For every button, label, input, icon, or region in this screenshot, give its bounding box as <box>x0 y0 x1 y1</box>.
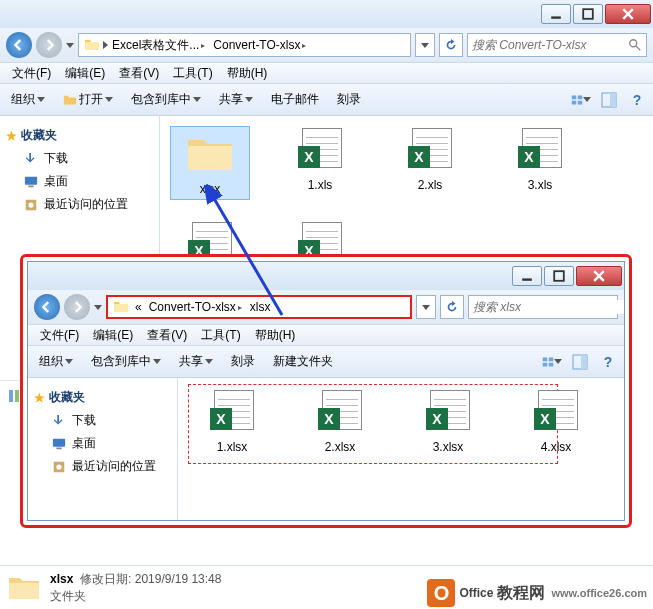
breadcrumb-seg[interactable]: Convert-TO-xlsx▸ <box>145 297 246 317</box>
view-options-button[interactable] <box>571 90 591 110</box>
preview-pane-button[interactable] <box>570 352 590 372</box>
search-field[interactable] <box>472 38 628 52</box>
sidebar-item-desktop[interactable]: 桌面 <box>32 432 173 455</box>
menu-view[interactable]: 查看(V) <box>141 325 193 346</box>
file-label: 1.xls <box>308 178 333 192</box>
folder-icon <box>113 299 129 315</box>
sidebar-item-downloads[interactable]: 下载 <box>4 147 155 170</box>
organize-button[interactable]: 组织 <box>34 350 78 373</box>
email-button[interactable]: 电子邮件 <box>266 88 324 111</box>
sidebar-item-label: 最近访问的位置 <box>44 196 128 213</box>
menu-edit[interactable]: 编辑(E) <box>87 325 139 346</box>
sidebar-item-label: 桌面 <box>44 173 68 190</box>
sidebar-item-downloads[interactable]: 下载 <box>32 409 173 432</box>
svg-point-15 <box>28 202 33 207</box>
organize-button[interactable]: 组织 <box>6 88 50 111</box>
minimize-button[interactable] <box>541 4 571 24</box>
desktop-icon <box>24 175 38 189</box>
menu-tools[interactable]: 工具(T) <box>167 63 218 84</box>
sidebar-item-recent[interactable]: 最近访问的位置 <box>32 455 173 478</box>
view-options-button[interactable] <box>542 352 562 372</box>
burn-button[interactable]: 刻录 <box>226 350 260 373</box>
file-label: 3.xlsx <box>433 440 464 454</box>
sidebar-item-recent[interactable]: 最近访问的位置 <box>4 193 155 216</box>
maximize-button[interactable] <box>573 4 603 24</box>
preview-pane-button[interactable] <box>599 90 619 110</box>
folder-icon <box>186 134 234 174</box>
favorites-header[interactable]: ★收藏夹 <box>4 124 155 147</box>
sidebar: ★收藏夹 下载 桌面 最近访问的位置 <box>28 378 178 520</box>
file-item[interactable]: X2.xlsx <box>300 388 380 454</box>
menu-file[interactable]: 文件(F) <box>34 325 85 346</box>
open-button[interactable]: 打开 <box>58 88 118 111</box>
back-button[interactable] <box>6 32 32 58</box>
forward-button[interactable] <box>64 294 90 320</box>
forward-button[interactable] <box>36 32 62 58</box>
close-button[interactable] <box>576 266 622 286</box>
status-date-label: 修改日期: <box>80 572 131 586</box>
breadcrumb-seg[interactable]: xlsx <box>246 297 275 317</box>
search-input[interactable] <box>468 295 618 319</box>
svg-rect-28 <box>549 362 554 366</box>
star-icon: ★ <box>34 391 45 405</box>
favorites-header[interactable]: ★收藏夹 <box>32 386 173 409</box>
svg-rect-11 <box>610 93 616 107</box>
svg-rect-25 <box>543 357 548 361</box>
history-dropdown-icon[interactable] <box>66 43 74 48</box>
share-button[interactable]: 共享 <box>174 350 218 373</box>
svg-line-5 <box>636 46 640 50</box>
svg-rect-8 <box>572 100 577 104</box>
file-item[interactable]: X4.xlsx <box>516 388 596 454</box>
svg-rect-13 <box>28 185 33 187</box>
burn-button[interactable]: 刻录 <box>332 88 366 111</box>
menu-edit[interactable]: 编辑(E) <box>59 63 111 84</box>
refresh-button[interactable] <box>439 33 463 57</box>
share-button[interactable]: 共享 <box>214 88 258 111</box>
file-label: 2.xlsx <box>325 440 356 454</box>
menu-file[interactable]: 文件(F) <box>6 63 57 84</box>
menu-help[interactable]: 帮助(H) <box>249 325 302 346</box>
include-button[interactable]: 包含到库中 <box>126 88 206 111</box>
address-dropdown[interactable] <box>415 33 435 57</box>
address-bar: « Convert-TO-xlsx▸ xlsx <box>28 290 624 324</box>
sidebar-item-label: 桌面 <box>72 435 96 452</box>
menu-tools[interactable]: 工具(T) <box>195 325 246 346</box>
menu-view[interactable]: 查看(V) <box>113 63 165 84</box>
address-bar: Excel表格文件...▸ Convert-TO-xlsx▸ <box>0 28 653 62</box>
sidebar-item-label: 最近访问的位置 <box>72 458 156 475</box>
file-pane[interactable]: X1.xlsx X2.xlsx X3.xlsx X4.xlsx <box>178 378 624 520</box>
file-item[interactable]: X3.xlsx <box>408 388 488 454</box>
excel-icon: X <box>210 390 254 434</box>
search-input[interactable] <box>467 33 647 57</box>
download-icon <box>24 152 38 166</box>
file-label: 4.xlsx <box>541 440 572 454</box>
menu-help[interactable]: 帮助(H) <box>221 63 274 84</box>
breadcrumb[interactable]: Excel表格文件...▸ Convert-TO-xlsx▸ <box>78 33 411 57</box>
address-dropdown[interactable] <box>416 295 436 319</box>
help-button[interactable]: ? <box>627 90 647 110</box>
search-field[interactable] <box>473 300 624 314</box>
file-item[interactable]: X2.xls <box>390 126 470 200</box>
refresh-button[interactable] <box>440 295 464 319</box>
file-item[interactable]: X1.xlsx <box>192 388 272 454</box>
include-button[interactable]: 包含到库中 <box>86 350 166 373</box>
file-label: 3.xls <box>528 178 553 192</box>
maximize-button[interactable] <box>544 266 574 286</box>
breadcrumb-seg[interactable]: Excel表格文件...▸ <box>108 34 209 56</box>
sidebar-item-desktop[interactable]: 桌面 <box>4 170 155 193</box>
folder-item[interactable]: xlsx <box>170 126 250 200</box>
back-button[interactable] <box>34 294 60 320</box>
file-item[interactable]: X1.xls <box>280 126 360 200</box>
file-label: xlsx <box>200 182 221 196</box>
help-button[interactable]: ? <box>598 352 618 372</box>
breadcrumb[interactable]: « Convert-TO-xlsx▸ xlsx <box>106 295 412 319</box>
history-dropdown-icon[interactable] <box>94 305 102 310</box>
svg-rect-26 <box>549 357 554 361</box>
search-icon <box>628 38 642 52</box>
svg-rect-27 <box>543 362 548 366</box>
file-item[interactable]: X3.xls <box>500 126 580 200</box>
new-folder-button[interactable]: 新建文件夹 <box>268 350 338 373</box>
minimize-button[interactable] <box>512 266 542 286</box>
close-button[interactable] <box>605 4 651 24</box>
breadcrumb-seg[interactable]: Convert-TO-xlsx▸ <box>209 34 310 56</box>
